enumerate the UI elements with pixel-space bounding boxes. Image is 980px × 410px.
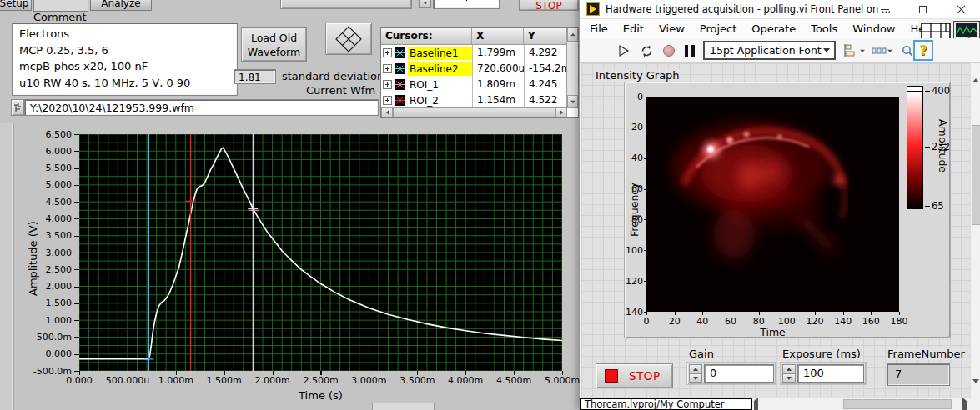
tab-setup[interactable]: Setup bbox=[0, 0, 32, 11]
load-old-waveform-button[interactable]: Load Old Waveform bbox=[241, 27, 307, 62]
menu-item-view[interactable]: View bbox=[651, 21, 692, 37]
std-deviation-label: standard deviation bbox=[282, 70, 384, 82]
left-arrow-icon bbox=[385, 110, 389, 115]
y-tick-label: 20 bbox=[625, 122, 643, 132]
increment-button[interactable] bbox=[782, 364, 796, 373]
tab-analyze[interactable]: Analyze bbox=[90, 0, 152, 11]
intensity-image bbox=[646, 97, 899, 312]
y-tick-label: 6.000 bbox=[30, 146, 72, 157]
y-tick-label: 120 bbox=[625, 276, 643, 287]
scroll-down-button[interactable] bbox=[972, 383, 979, 395]
abort-button[interactable] bbox=[663, 45, 675, 57]
tick-dash bbox=[925, 147, 930, 148]
y-tick-label: 0.000 bbox=[30, 348, 72, 359]
menu-item-window[interactable]: Window bbox=[845, 21, 902, 37]
panel-vscrollbar[interactable] bbox=[970, 63, 980, 398]
exposure-spinner[interactable] bbox=[782, 364, 796, 382]
font-selector[interactable]: 15pt Application Font bbox=[703, 41, 836, 60]
context-help-button[interactable]: ? bbox=[913, 40, 933, 61]
menu-item-edit[interactable]: Edit bbox=[616, 21, 651, 37]
top-stop-button[interactable]: STOP bbox=[519, 0, 579, 11]
cursors-header-name: Cursors: bbox=[381, 28, 472, 44]
stop-button[interactable]: STOP bbox=[596, 363, 673, 388]
pause-button[interactable] bbox=[685, 45, 695, 57]
scroll-right-button[interactable] bbox=[962, 401, 967, 410]
expander-icon[interactable] bbox=[383, 64, 392, 73]
cursors-table-header: Cursors: X Y bbox=[381, 28, 578, 45]
scroll-right-button[interactable] bbox=[555, 108, 567, 118]
pause-bar-icon bbox=[691, 45, 695, 57]
window-title-bar[interactable]: Hardware triggered acquisition - polling… bbox=[580, 0, 980, 19]
hscroll-thumb[interactable] bbox=[393, 108, 555, 118]
x-tick-label: 5.000m bbox=[533, 375, 580, 386]
cursor-mover-button[interactable] bbox=[325, 22, 372, 55]
scroll-up-button[interactable] bbox=[972, 67, 979, 78]
left-edge-strip bbox=[0, 123, 14, 410]
expander-icon[interactable] bbox=[383, 96, 392, 105]
waveform-x-ticks: 0.000500.000u1.000m1.500m2.000m2.500m3.0… bbox=[79, 375, 563, 387]
y-tick-label: 4.500 bbox=[30, 197, 72, 208]
decrement-button[interactable] bbox=[782, 373, 796, 382]
y-tick-label: 60 bbox=[625, 183, 643, 194]
intensity-plot[interactable] bbox=[646, 97, 899, 312]
cursor-x-value: 1.809m bbox=[472, 77, 524, 92]
intensity-graph: Frequency 020406080100120140 02040608010… bbox=[625, 82, 950, 338]
expander-icon[interactable] bbox=[383, 80, 392, 89]
spinner-down-icon bbox=[423, 2, 427, 4]
scroll-left-button[interactable] bbox=[754, 401, 758, 410]
menu-item-file[interactable]: File bbox=[582, 21, 616, 37]
cursor-x-value: 1.799m bbox=[472, 45, 524, 61]
maximize-button[interactable] bbox=[904, 0, 942, 18]
path-icon[interactable] bbox=[11, 99, 24, 116]
cursor-row[interactable]: ROI_1 1.809m 4.245 bbox=[381, 77, 578, 92]
y-tick-label: 2.000 bbox=[30, 281, 72, 292]
down-arrow-icon bbox=[787, 377, 792, 380]
window-title: Hardware triggered acquisition - polling… bbox=[606, 3, 891, 15]
comment-box[interactable]: Electrons MCP 0.25, 3.5, 6 mcpB-phos x20… bbox=[12, 22, 238, 96]
y-tick-label: 6.500 bbox=[30, 129, 72, 140]
waveform-plot[interactable] bbox=[79, 134, 562, 371]
run-button[interactable] bbox=[617, 44, 631, 58]
intensity-graph-label: Intensity Graph bbox=[594, 69, 681, 82]
minimize-button[interactable] bbox=[866, 0, 903, 18]
cursors-vscrollbar[interactable] bbox=[566, 28, 578, 108]
scroll-down-button[interactable] bbox=[567, 95, 578, 108]
expander-icon[interactable] bbox=[383, 48, 392, 58]
screen: Setup Analyze STOP Comment Electrons MCP… bbox=[0, 0, 980, 410]
scroll-up-button[interactable] bbox=[567, 28, 578, 42]
up-arrow-icon bbox=[693, 368, 698, 371]
align-objects-button[interactable] bbox=[844, 43, 867, 58]
menu-item-tools[interactable]: Tools bbox=[803, 21, 845, 37]
gain-field[interactable]: 0 bbox=[704, 364, 774, 382]
decrement-button[interactable] bbox=[689, 373, 702, 382]
close-button[interactable] bbox=[942, 0, 980, 18]
vscroll-thumb[interactable] bbox=[972, 125, 980, 225]
top-partial-button[interactable] bbox=[280, 0, 412, 9]
exposure-field[interactable]: 100 bbox=[797, 364, 864, 382]
hscroll-thumb[interactable] bbox=[843, 399, 952, 409]
distribute-objects-button[interactable] bbox=[872, 43, 895, 58]
menu-item-operate[interactable]: Operate bbox=[744, 21, 803, 37]
waveform-svg bbox=[79, 134, 562, 371]
menu-item-project[interactable]: Project bbox=[692, 21, 744, 37]
top-spinner[interactable] bbox=[419, 0, 431, 8]
tick-dash bbox=[925, 91, 930, 92]
cursors-hscrollbar[interactable] bbox=[381, 107, 567, 118]
cursor-row[interactable]: Baseline1 1.799m 4.292 bbox=[381, 45, 578, 61]
cursor-crosshair-icon bbox=[395, 63, 405, 74]
colorbar[interactable] bbox=[907, 86, 923, 209]
reorder-zoom-button[interactable] bbox=[898, 43, 913, 58]
project-context-label[interactable]: Thorcam.lvproj/My Computer bbox=[580, 398, 752, 410]
run-continuous-button[interactable] bbox=[640, 44, 654, 58]
cursor-row[interactable]: Baseline2 720.600u -154.2m bbox=[381, 61, 578, 77]
file-path-field[interactable]: Y:\2020\10\24\121953.999.wfm bbox=[24, 99, 379, 116]
cursor-name: ROI_1 bbox=[408, 78, 472, 92]
gain-spinner[interactable] bbox=[689, 364, 702, 382]
top-slider-field[interactable] bbox=[433, 0, 500, 9]
scroll-left-button[interactable] bbox=[381, 108, 393, 118]
tab-selected[interactable] bbox=[33, 0, 88, 12]
slider-tick bbox=[466, 0, 467, 1]
left-arrow-icon bbox=[754, 398, 758, 410]
y-tick-label: 1.500 bbox=[30, 298, 72, 308]
increment-button[interactable] bbox=[689, 364, 702, 373]
